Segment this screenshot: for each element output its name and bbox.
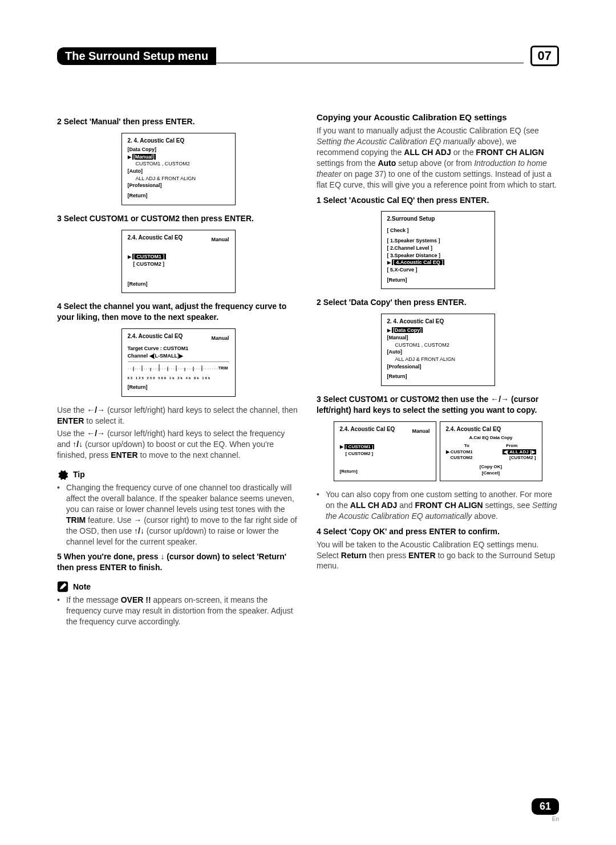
eq-graph: TRIM xyxy=(128,361,229,375)
intro-paragraph: If you want to manually adjust the Acous… xyxy=(317,125,559,190)
front-ch-align: FRONT CH ALIGN xyxy=(476,148,544,157)
note-label: Note xyxy=(73,582,91,592)
enter-key: ENTER xyxy=(111,450,137,460)
osd-row: ◀[ ALL ADJ ]▶ xyxy=(502,449,536,455)
header-rule xyxy=(215,63,523,63)
osd-row-selected: [Data Copy] xyxy=(387,327,489,334)
osd-row: [ Check ] xyxy=(387,228,489,234)
osd-return: [Return] xyxy=(128,281,229,288)
osd-highlight: [ CUSTOM1 ] xyxy=(132,254,166,259)
tip-label: Tip xyxy=(73,469,85,480)
osd-custom-select: 2.4. Acoustic Cal EQ Manual [ CUSTOM1 ] … xyxy=(121,230,236,294)
arrow-up-down-icon: ↑/↓ xyxy=(134,526,144,535)
text: (cursor left/right) hard keys to select … xyxy=(105,405,298,415)
arrow-left-right-icon: ←/→ xyxy=(87,405,105,415)
osd-title: 2.Surround Setup xyxy=(387,215,489,222)
enter-key: ENTER xyxy=(408,551,435,560)
text: then press xyxy=(367,551,408,560)
osd-acoustic-cal-eq-manual-select: 2. 4. Acoustic Cal EQ [Data Copy] [Manua… xyxy=(121,133,236,205)
osd-row: [ 5.X-Curve ] xyxy=(387,267,489,274)
osd-row: CUSTOM2 xyxy=(446,455,473,461)
osd-target-curve: Target Curve : CUSTOM1 xyxy=(128,346,229,352)
tip-bullet: • Changing the frequency curve of one ch… xyxy=(57,482,299,547)
osd-copy-right: 2.4. Acoustic Cal EQ A.Cal EQ Data Copy … xyxy=(440,421,542,481)
bullet-dot: • xyxy=(317,489,322,522)
osd-row: CUSTOM1 , CUSTOM2 xyxy=(387,342,489,349)
osd-row: [ CUSTOM2 ] xyxy=(128,261,229,268)
osd-title: 2.4. Acoustic Cal EQ xyxy=(446,425,536,433)
osd-to-label: To xyxy=(464,443,469,449)
paragraph-cursor-frequency: Use the ←/→ (cursor left/right) hard key… xyxy=(57,428,299,461)
section-heading-copy-eq: Copying your Acoustic Calibration EQ set… xyxy=(317,112,559,123)
auto-label: Auto xyxy=(378,159,396,168)
step-1r: 1 Select 'Acoustic Cal EQ' then press EN… xyxy=(317,195,559,206)
eq-frequency-ticks: 63 125 250 500 1k 2k 4k 8k 16k xyxy=(128,376,229,381)
text: settings from the xyxy=(317,159,378,168)
osd-row: [Auto] xyxy=(128,168,229,175)
osd-title: 2. 4. Acoustic Cal EQ xyxy=(128,137,229,144)
bullet-dot: • xyxy=(57,482,63,547)
osd-title: 2. 4. Acoustic Cal EQ xyxy=(387,318,489,325)
text: settings, see xyxy=(483,501,532,510)
pencil-icon xyxy=(57,581,68,592)
language-code: En xyxy=(532,816,559,822)
over-message: OVER !! xyxy=(121,595,151,604)
bullet-text: You can also copy from one custom settin… xyxy=(326,489,559,522)
osd-row: ALL ADJ & FRONT ALIGN xyxy=(128,176,229,182)
note-text: If the message OVER !! appears on-screen… xyxy=(66,595,299,627)
text: to move to the next channel. xyxy=(138,450,241,460)
text: above. xyxy=(472,511,498,521)
osd-return: [Return] xyxy=(128,384,229,391)
return-label: Return xyxy=(341,551,367,560)
text: Changing the frequency curve of one chan… xyxy=(66,483,294,514)
step-4r: 4 Select 'Copy OK' and press ENTER to co… xyxy=(317,526,559,537)
arrow-left-right-icon: ←/→ xyxy=(87,429,105,438)
osd-row: [Data Copy] xyxy=(128,147,229,153)
osd-row: [Auto] xyxy=(387,349,489,356)
content-columns: 2 Select 'Manual' then press ENTER. 2. 4… xyxy=(57,112,559,628)
arrow-up-down-icon: ↑/↓ xyxy=(72,440,83,449)
front-ch-align: FRONT CH ALIGN xyxy=(415,501,483,510)
tip-header: Tip xyxy=(57,469,299,480)
osd-data-copy-select: 2. 4. Acoustic Cal EQ [Data Copy] [Manua… xyxy=(381,314,495,386)
text: If you want to manually adjust the Acous… xyxy=(317,126,539,135)
osd-copy-ok: [Copy OK] xyxy=(446,464,536,470)
text: on page 37) to one of the custom setting… xyxy=(317,169,557,189)
left-column: 2 Select 'Manual' then press ENTER. 2. 4… xyxy=(57,112,299,628)
text: If the message xyxy=(66,595,121,604)
text: feature. Use xyxy=(86,515,133,525)
arrow-right-icon: → xyxy=(133,515,141,525)
tip-text: Changing the frequency curve of one chan… xyxy=(66,482,299,547)
header-bar: The Surround Setup menu 07 xyxy=(57,46,559,66)
arrow-left-right-icon: ←/→ xyxy=(491,395,509,404)
osd-cancel: [Cancel] xyxy=(446,470,536,476)
osd-row: [ 3.Speaker Distance ] xyxy=(387,253,489,259)
osd-trim-label: TRIM xyxy=(218,365,228,371)
paragraph-cursor-channel: Use the ←/→ (cursor left/right) hard key… xyxy=(57,405,299,426)
osd-row-selected: [ CUSTOM1 ] xyxy=(128,254,229,261)
step-3r: 3 Select CUSTOM1 or CUSTOM2 then use the… xyxy=(317,394,559,416)
osd-highlight: [ 4.Acoustic Cal EQ ] xyxy=(392,259,445,265)
osd-row: ▶ CUSTOM1 xyxy=(446,449,473,455)
osd-row: [ CUSTOM2 ] xyxy=(340,451,430,457)
osd-row-selected: [ CUSTOM1 ] xyxy=(340,444,430,450)
osd-row: [ 1.Speaker Systems ] xyxy=(387,238,489,245)
bullet-dot: • xyxy=(57,595,63,627)
text: or the xyxy=(451,148,476,157)
text: Use the xyxy=(57,405,87,415)
text: and xyxy=(397,501,415,510)
osd-surround-setup: 2.Surround Setup [ Check ] [ 1.Speaker S… xyxy=(381,211,495,289)
note-bullet: • If the message OVER !! appears on-scre… xyxy=(57,595,299,627)
osd-return: [Return] xyxy=(128,193,229,200)
osd-subtitle: A.Cal EQ Data Copy xyxy=(446,435,536,441)
chapter-number: 07 xyxy=(530,46,559,66)
osd-row: ALL ADJ & FRONT ALIGN xyxy=(387,356,489,363)
all-ch-adj: ALL CH ADJ xyxy=(350,501,397,510)
end-paragraph: You will be taken to the Acoustic Calibr… xyxy=(317,539,559,572)
chapter-title: The Surround Setup menu xyxy=(57,47,216,65)
osd-row: [ 2.Channel Level ] xyxy=(387,245,489,252)
step-3: 3 Select CUSTOM1 or CUSTOM2 then press E… xyxy=(57,213,299,224)
text: to select it. xyxy=(84,416,124,425)
step-2r: 2 Select 'Data Copy' then press ENTER. xyxy=(317,297,559,308)
step-5: 5 When you're done, press ↓ (cursor down… xyxy=(57,551,299,573)
